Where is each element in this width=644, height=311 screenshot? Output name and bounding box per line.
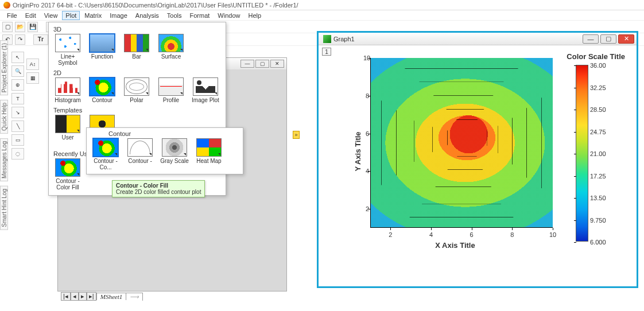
contour-icon xyxy=(55,158,80,177)
tool-mask-icon[interactable]: ▦ xyxy=(26,72,39,84)
user-icon xyxy=(55,115,80,133)
polar-icon xyxy=(124,77,149,96)
plot-item-label: Polar xyxy=(130,97,143,103)
func-icon xyxy=(90,34,115,52)
menu-tools[interactable]: Tools xyxy=(164,11,185,20)
menu-image[interactable]: Image xyxy=(106,11,131,20)
sheet-nav-prev-icon[interactable]: ◂ xyxy=(71,292,79,301)
plot-item-label: Contour - Color Fill xyxy=(52,178,83,191)
colorbar-tick: 36.00 xyxy=(590,62,606,69)
plot-area[interactable]: Y Axis Title X Axis Title 246810246810 xyxy=(358,58,553,245)
hist-icon xyxy=(55,77,80,96)
tool-arrow-icon[interactable]: ↘ xyxy=(11,107,24,118)
tooltip-desc: Create 2D color filled contour plot xyxy=(116,189,201,195)
colorbar[interactable]: 36.0032.2528.5024.7521.0017.2513.509.750… xyxy=(576,65,588,242)
plot-menu-3d-title: 3D xyxy=(53,26,222,33)
plot-item-label: Bar xyxy=(132,53,141,60)
graph-maximize-icon[interactable]: ▢ xyxy=(600,34,616,44)
mdi-minimize-icon[interactable]: — xyxy=(240,60,254,68)
x-tick: 8 xyxy=(510,231,514,238)
sheet-tab-msheet1[interactable]: MSheet1 xyxy=(96,293,126,300)
tool-region-icon[interactable]: ◌ xyxy=(11,148,24,160)
menu-analysis[interactable]: Analysis xyxy=(132,11,162,20)
graph-title: Graph1 xyxy=(333,36,355,42)
tool-text2-icon[interactable]: T xyxy=(11,93,24,104)
menu-window[interactable]: Window xyxy=(214,11,243,20)
plot-menu-templates-title: Templates xyxy=(53,107,222,114)
tool-sort-icon[interactable]: A↕ xyxy=(26,59,39,70)
side-tab-quick-help[interactable]: Quick Help xyxy=(0,100,8,134)
g2d-image[interactable]: Image Plot xyxy=(190,77,221,103)
menu-format[interactable]: Format xyxy=(187,11,214,20)
plot-item-label: User xyxy=(61,134,73,141)
tool-text-icon[interactable]: Tг xyxy=(33,34,48,45)
side-tab-messages-log[interactable]: Messages Log xyxy=(0,138,8,181)
flyout-heat[interactable]: Heat Map xyxy=(193,138,224,170)
g3d-func[interactable]: Function xyxy=(87,34,118,66)
g3d-scatter[interactable]: Line+ Symbol xyxy=(52,34,83,66)
tool-rect-icon[interactable]: ▭ xyxy=(11,134,24,146)
heat-icon xyxy=(196,138,222,157)
menu-edit[interactable]: Edit xyxy=(22,11,40,20)
tooltip: Contour - Color Fill Create 2D color fil… xyxy=(112,180,205,197)
menu-plot[interactable]: Plot xyxy=(62,11,80,20)
x-axis-label[interactable]: X Axis Title xyxy=(435,241,475,250)
flyout-contour[interactable]: Contour - Co... xyxy=(90,138,121,170)
tool-zoom-icon[interactable]: 🔍 xyxy=(11,65,24,77)
side-tabs: Project Explorer (1) Quick Help Messages… xyxy=(0,33,8,297)
x-tick: 6 xyxy=(470,231,474,238)
graph-titlebar[interactable]: Graph1 — ▢ ✕ xyxy=(319,33,637,45)
tooltip-title: Contour - Color Fill xyxy=(116,182,201,189)
surf-icon xyxy=(158,34,184,52)
flyout-gray[interactable]: Gray Scale xyxy=(159,138,190,170)
g2d-hist[interactable]: Histogram xyxy=(52,77,83,103)
tool-reader-icon[interactable]: ⊕ xyxy=(11,79,24,91)
sheet-nav-next-icon[interactable]: ▸ xyxy=(79,292,87,301)
menu-file[interactable]: File xyxy=(3,11,21,20)
tool-line-icon[interactable]: ╲ xyxy=(11,120,24,132)
gray-icon xyxy=(162,138,187,157)
plot-item-label: Contour - xyxy=(128,158,152,164)
plot-item-label: Gray Scale xyxy=(160,158,188,164)
colorbar-tick: 13.50 xyxy=(590,195,606,201)
g2d-profile[interactable]: Profile xyxy=(156,77,187,103)
graph-window[interactable]: Graph1 — ▢ ✕ 1 Y Axis Title X Axis Title… xyxy=(317,31,638,288)
recent-contour[interactable]: Contour - Color Fill xyxy=(52,158,83,191)
menu-help[interactable]: Help xyxy=(245,11,265,20)
g3d-bar3d[interactable]: Bar xyxy=(121,34,152,66)
x-tick: 4 xyxy=(429,231,433,238)
menu-matrix[interactable]: Matrix xyxy=(81,11,105,20)
g2d-polar[interactable]: Polar xyxy=(121,77,152,103)
matrix-marker-icon[interactable]: » xyxy=(293,131,300,139)
tool-new-icon[interactable]: ▢ xyxy=(2,22,13,32)
layer-badge[interactable]: 1 xyxy=(322,48,331,56)
mdi-close-icon[interactable]: ✕ xyxy=(270,60,284,68)
tool-redo-icon[interactable]: ↷ xyxy=(15,34,25,45)
mdi-maximize-icon[interactable]: ▢ xyxy=(255,60,269,68)
tool-pointer-icon[interactable]: ↖ xyxy=(11,52,24,63)
app-title: OriginPro 2017 64-bit - C:\Users\86150\D… xyxy=(13,2,298,9)
menu-view[interactable]: View xyxy=(41,11,61,20)
contour-icon xyxy=(93,138,118,157)
tool-save-icon[interactable]: 💾 xyxy=(28,22,38,32)
graph-close-icon[interactable]: ✕ xyxy=(618,34,634,44)
tool-open-icon[interactable]: 📂 xyxy=(15,22,25,32)
templates-user[interactable]: User xyxy=(52,115,83,147)
flyout-lines[interactable]: Contour - xyxy=(125,138,156,170)
side-tab-project-explorer[interactable]: Project Explorer (1) xyxy=(0,40,8,95)
y-axis-label[interactable]: Y Axis Title xyxy=(354,131,362,171)
graph-minimize-icon[interactable]: — xyxy=(583,34,599,44)
plot-item-label: Histogram xyxy=(55,97,81,103)
plot-item-label: Image Plot xyxy=(192,97,219,103)
g3d-surf[interactable]: Surface xyxy=(156,34,187,66)
plot-item-label: Surface xyxy=(161,53,181,60)
g2d-contour[interactable]: Contour xyxy=(87,77,118,103)
sheet-tab-scroll: ⟶ xyxy=(126,293,143,301)
contour-icon xyxy=(90,77,115,96)
sheet-nav-last-icon[interactable]: ▸| xyxy=(87,292,96,301)
side-tab-smart-hint-log[interactable]: Smart Hint Log xyxy=(0,186,8,230)
sheet-nav-first-icon[interactable]: |◂ xyxy=(61,292,71,301)
plot-menu-2d-title: 2D xyxy=(53,69,222,76)
colorbar-title[interactable]: Color Scale Title xyxy=(567,52,625,61)
plot-item-label: Contour xyxy=(92,97,112,103)
